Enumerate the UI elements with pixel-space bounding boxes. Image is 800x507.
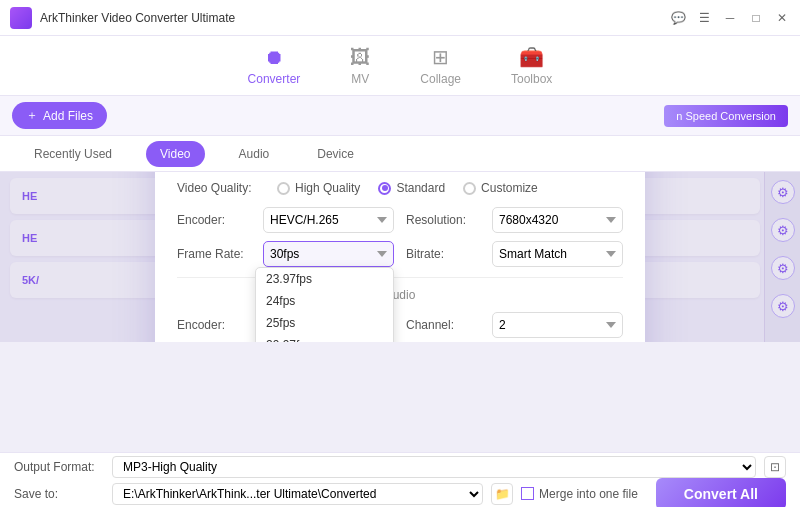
encoder-field-row: Encoder: HEVC/H.265 xyxy=(177,207,394,233)
speed-conversion-button[interactable]: n Speed Conversion xyxy=(664,105,788,127)
quality-high[interactable]: High Quality xyxy=(277,181,360,195)
nav-collage-label: Collage xyxy=(420,72,461,86)
modal-overlay: Edit Profile ✕ Profile: MP4 8K Video ✏ V… xyxy=(0,172,800,342)
minimize-icon[interactable]: ─ xyxy=(722,10,738,26)
quality-radio-group: High Quality Standard Customize xyxy=(277,181,538,195)
output-format-select[interactable]: MP3-High Quality xyxy=(112,456,756,478)
bitrate-select[interactable]: Smart Match xyxy=(492,241,623,267)
save-to-folder-btn[interactable]: 📁 xyxy=(491,483,513,505)
chat-icon[interactable]: 💬 xyxy=(670,10,686,26)
output-format-row: Output Format: MP3-High Quality ⊡ xyxy=(0,453,800,480)
encoder-select[interactable]: HEVC/H.265 xyxy=(263,207,394,233)
form-left: Encoder: HEVC/H.265 Frame Rate: 30fps xyxy=(177,207,394,267)
audio-divider xyxy=(177,277,623,278)
framerate-dropdown-list: 23.97fps 24fps 25fps 29.97fps 30fps 50fp… xyxy=(255,267,394,342)
bitrate-field-row: Bitrate: Smart Match xyxy=(406,241,623,267)
add-files-button[interactable]: ＋ Add Files xyxy=(12,102,107,129)
audio-encoder-label: Encoder: xyxy=(177,318,255,332)
resolution-label: Resolution: xyxy=(406,213,484,227)
menu-icon[interactable]: ☰ xyxy=(696,10,712,26)
toolbar: ＋ Add Files n Speed Conversion xyxy=(0,96,800,136)
framerate-field-row: Frame Rate: 30fps 23.97fps 24fps 25fps 2… xyxy=(177,241,394,267)
save-to-row: Save to: E:\ArkThinker\ArkThink...ter Ul… xyxy=(0,480,800,507)
close-icon[interactable]: ✕ xyxy=(774,10,790,26)
form-right: Resolution: 7680x4320 Bitrate: Smart Mat… xyxy=(406,207,623,267)
nav-converter-label: Converter xyxy=(248,72,301,86)
nav-collage[interactable]: ⊞ Collage xyxy=(420,45,461,86)
format-tabs: Recently Used Video Audio Device xyxy=(0,136,800,172)
merge-label: Merge into one file xyxy=(521,487,638,501)
tab-device[interactable]: Device xyxy=(303,141,368,167)
channel-label: Channel: xyxy=(406,318,484,332)
audio-section-label: Audio xyxy=(177,288,623,302)
nav-converter[interactable]: ⏺ Converter xyxy=(248,46,301,86)
app-title: ArkThinker Video Converter Ultimate xyxy=(40,11,670,25)
convert-all-button[interactable]: Convert All xyxy=(656,478,786,508)
resolution-field-row: Resolution: 7680x4320 xyxy=(406,207,623,233)
framerate-select[interactable]: 30fps xyxy=(263,241,394,267)
bottom-bar: Output Format: MP3-High Quality ⊡ Save t… xyxy=(0,452,800,507)
audio-row: Encoder: Sample Rate: Channel: xyxy=(177,312,623,342)
encoder-resolution-row: Encoder: HEVC/H.265 Frame Rate: 30fps xyxy=(177,207,623,267)
collage-icon: ⊞ xyxy=(432,45,449,69)
framerate-label: Frame Rate: xyxy=(177,247,255,261)
audio-form-right: Channel: 2 Bitrate: 256kbps xyxy=(406,312,623,342)
quality-row: Video Quality: High Quality Standard Cus… xyxy=(177,181,623,195)
output-format-label: Output Format: xyxy=(14,460,104,474)
plus-icon: ＋ xyxy=(26,107,38,124)
channel-field-row: Channel: 2 xyxy=(406,312,623,338)
fps-23-97[interactable]: 23.97fps xyxy=(256,268,393,290)
nav-toolbox-label: Toolbox xyxy=(511,72,552,86)
quality-customize[interactable]: Customize xyxy=(463,181,538,195)
edit-profile-modal: Edit Profile ✕ Profile: MP4 8K Video ✏ V… xyxy=(155,172,645,342)
resolution-select[interactable]: 7680x4320 xyxy=(492,207,623,233)
tab-audio[interactable]: Audio xyxy=(225,141,284,167)
save-to-select[interactable]: E:\ArkThinker\ArkThink...ter Ultimate\Co… xyxy=(112,483,483,505)
tab-recently-used[interactable]: Recently Used xyxy=(20,141,126,167)
nav-mv-label: MV xyxy=(351,72,369,86)
tab-video[interactable]: Video xyxy=(146,141,204,167)
radio-high-dot xyxy=(277,182,290,195)
fps-24[interactable]: 24fps xyxy=(256,290,393,312)
maximize-icon[interactable]: □ xyxy=(748,10,764,26)
nav-mv[interactable]: 🖼 MV xyxy=(350,46,370,86)
radio-standard-dot xyxy=(378,182,391,195)
radio-customize-dot xyxy=(463,182,476,195)
app-logo xyxy=(10,7,32,29)
output-format-icon-btn[interactable]: ⊡ xyxy=(764,456,786,478)
fps-29-97[interactable]: 29.97fps xyxy=(256,334,393,342)
mv-icon: 🖼 xyxy=(350,46,370,69)
quality-standard[interactable]: Standard xyxy=(378,181,445,195)
channel-select[interactable]: 2 xyxy=(492,312,623,338)
main-content: HE HE 5K/ ⚙ ⚙ ⚙ ⚙ Edit Profile ✕ Profile… xyxy=(0,172,800,342)
fps-25[interactable]: 25fps xyxy=(256,312,393,334)
bitrate-label: Bitrate: xyxy=(406,247,484,261)
converter-icon: ⏺ xyxy=(264,46,284,69)
navbar: ⏺ Converter 🖼 MV ⊞ Collage 🧰 Toolbox xyxy=(0,36,800,96)
save-to-label: Save to: xyxy=(14,487,104,501)
encoder-label: Encoder: xyxy=(177,213,255,227)
window-controls: 💬 ☰ ─ □ ✕ xyxy=(670,10,790,26)
quality-label: Video Quality: xyxy=(177,181,257,195)
titlebar: ArkThinker Video Converter Ultimate 💬 ☰ … xyxy=(0,0,800,36)
merge-checkbox[interactable] xyxy=(521,487,534,500)
nav-toolbox[interactable]: 🧰 Toolbox xyxy=(511,45,552,86)
toolbox-icon: 🧰 xyxy=(519,45,544,69)
